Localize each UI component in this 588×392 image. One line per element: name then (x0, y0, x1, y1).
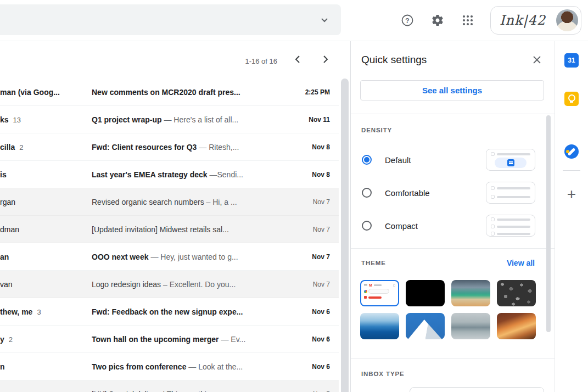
email-row[interactable]: y2 Town hall on the upcoming merger — Ev… (0, 326, 339, 353)
see-all-settings-button[interactable]: See all settings (360, 80, 544, 100)
email-subject: [Updated invitation] Midwest retails sal… (92, 225, 284, 234)
email-date: Nov 11 (309, 116, 330, 124)
email-row[interactable]: on, me5 [UX] Special delivery! This mont… (0, 380, 339, 392)
calendar-icon[interactable]: 31 (564, 53, 579, 68)
email-list-scrollbar[interactable] (341, 79, 349, 392)
apps-grid-icon (461, 14, 474, 27)
search-options-button[interactable] (318, 13, 331, 26)
density-radio-default[interactable] (362, 155, 372, 165)
close-button[interactable] (531, 54, 542, 65)
email-subject: Revised organic search numbers – Hi, a .… (92, 198, 284, 206)
chevron-down-icon (318, 13, 331, 26)
chevron-left-icon (293, 54, 304, 65)
gear-icon (431, 14, 444, 27)
hamburger-icon (364, 284, 367, 287)
avatar[interactable] (556, 9, 578, 31)
add-addon-button[interactable]: + (563, 186, 580, 204)
email-subject: Two pics from conference — Look at the..… (92, 362, 284, 371)
email-row[interactable]: rgan Revised organic search numbers – Hi… (0, 188, 339, 216)
email-date: Nov 7 (313, 198, 330, 206)
email-sender: on, me5 (0, 390, 87, 392)
density-thumb-comfortable[interactable] (486, 182, 535, 204)
density-thumb-compact[interactable] (486, 215, 535, 237)
email-row[interactable]: cilla2 Fwd: Client resources for Q3 — Ri… (0, 133, 339, 161)
theme-thumbnail-misty-hills[interactable] (451, 313, 490, 339)
email-date: Nov 7 (312, 253, 330, 261)
apps-button[interactable] (461, 14, 474, 27)
close-icon (531, 54, 542, 65)
density-option-comfortable[interactable]: Comfortable (385, 188, 430, 198)
email-date: 2:25 PM (305, 88, 330, 96)
email-rows: man (via Goog... New comments on MCR2020… (0, 79, 339, 392)
search-input[interactable] (0, 4, 341, 35)
svg-text:?: ? (405, 17, 409, 25)
keep-icon[interactable] (564, 92, 579, 106)
account-pill[interactable]: Ink|42 (490, 6, 581, 35)
email-row[interactable]: thew, me3 Fwd: Feedback on the new signu… (0, 298, 339, 326)
help-button[interactable]: ? (401, 14, 414, 27)
email-row[interactable]: ks13 Q1 project wrap-up — Here's a list … (0, 106, 339, 133)
divider (563, 170, 580, 171)
density-radio-comfortable[interactable] (362, 188, 372, 198)
inbox-type-section-label: INBOX TYPE (361, 371, 405, 377)
email-sender: is (0, 170, 87, 179)
email-subject: Q1 project wrap-up — Here's a list of al… (92, 115, 284, 124)
inbox-type-thumb[interactable] (410, 387, 544, 392)
divider (351, 358, 555, 359)
email-sender: n (0, 362, 87, 371)
email-date: Nov 6 (312, 363, 330, 371)
email-row[interactable]: van Logo redesign ideas – Excellent. Do … (0, 271, 339, 298)
email-sender: van (0, 280, 87, 289)
email-date: Nov 7 (313, 226, 330, 233)
help-icon: ? (401, 14, 414, 27)
top-bar: ? Ink|42 (0, 0, 588, 41)
email-date: Nov 7 (313, 281, 330, 288)
email-subject: New comments on MCR2020 draft pres... (92, 88, 284, 97)
density-option-compact[interactable]: Compact (385, 221, 418, 231)
email-row[interactable]: man (via Goog... New comments on MCR2020… (0, 79, 339, 106)
divider (351, 114, 555, 114)
email-subject: Town hall on the upcoming merger — Ev... (92, 335, 284, 344)
settings-button[interactable] (431, 14, 444, 27)
email-sender: cilla2 (0, 143, 87, 152)
email-row[interactable]: dman [Updated invitation] Midwest retail… (0, 216, 339, 243)
email-sender: rgan (0, 198, 87, 206)
chevron-right-icon (320, 54, 331, 65)
email-subject: Fwd: Feedback on the new signup expe... (92, 307, 284, 316)
theme-thumbnail-black[interactable] (406, 280, 445, 306)
density-option-default[interactable]: Default (385, 155, 411, 165)
panel-scrollbar[interactable] (546, 115, 551, 332)
email-row[interactable]: an OOO next week — Hey, just wanted to g… (0, 243, 339, 271)
theme-thumbnail-pebbles[interactable] (497, 280, 536, 306)
tasks-icon[interactable] (564, 144, 579, 159)
newer-page-button[interactable] (293, 54, 304, 65)
divider (351, 248, 555, 249)
pagination-range: 1-16 of 16 (245, 57, 277, 65)
theme-thumbnail-golden-gate-sunset[interactable] (497, 313, 536, 339)
document-icon (507, 159, 514, 166)
theme-view-all-link[interactable]: View all (507, 259, 535, 267)
email-subject: OOO next week — Hey, just wanted to g... (92, 253, 284, 261)
quick-settings-panel: Quick settings See all settings DENSITY … (350, 41, 555, 392)
email-date: Nov 5 (313, 390, 330, 392)
email-sender: thew, me3 (0, 307, 87, 316)
theme-thumbnail-default-light[interactable]: M (360, 280, 399, 306)
email-row[interactable]: is Last year's EMEA strategy deck —Sendi… (0, 161, 339, 188)
email-subject: [UX] Special delivery! This month's new.… (92, 390, 284, 392)
email-date: Nov 6 (312, 308, 330, 316)
theme-thumbnail-snowy-mountain[interactable] (406, 313, 445, 339)
email-sender: an (0, 253, 87, 261)
density-radio-compact[interactable] (362, 221, 372, 231)
brand-logo: Ink|42 (500, 13, 546, 28)
older-page-button[interactable] (320, 54, 331, 65)
email-row[interactable]: n Two pics from conference — Look at the… (0, 353, 339, 380)
theme-thumbnail-beach[interactable] (451, 280, 490, 306)
compose-plus-icon (364, 290, 367, 293)
email-sender: man (via Goog... (0, 88, 87, 97)
theme-thumbnail-ocean[interactable] (360, 313, 399, 339)
density-thumb-default[interactable] (486, 149, 535, 171)
email-date: Nov 8 (312, 143, 330, 151)
email-sender: y2 (0, 335, 87, 344)
email-sender: dman (0, 225, 87, 234)
email-list-pane: 1-16 of 16 man (via Goog... New comments… (0, 41, 339, 392)
